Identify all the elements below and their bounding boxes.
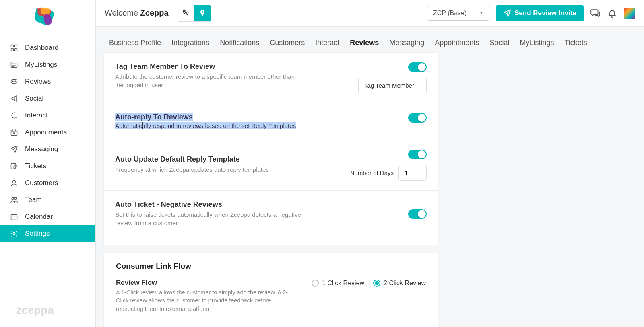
paper-plane-icon bbox=[503, 9, 511, 17]
tab-messaging[interactable]: Messaging bbox=[388, 36, 425, 54]
sidebar: DashboardMyListingsReviewsSocialInteract… bbox=[0, 0, 96, 327]
radio-icon bbox=[312, 280, 319, 287]
tab-integrations[interactable]: Integrations bbox=[171, 36, 210, 54]
welcome-text: Welcome Zceppa bbox=[105, 8, 169, 18]
sidebar-item-label: Dashboard bbox=[25, 44, 58, 52]
text-cursor bbox=[142, 122, 143, 129]
setting-title: Auto-reply To Reviews bbox=[115, 113, 193, 121]
setting-desc: Attribute the customer review to a speci… bbox=[115, 72, 304, 89]
setting-auto-update-template: Auto Update Default Reply Template Frequ… bbox=[104, 140, 438, 191]
tab-notifications[interactable]: Notifications bbox=[219, 36, 260, 54]
setting-title: Tag Team Member To Review bbox=[115, 62, 304, 71]
sidebar-item-appointments[interactable]: Appointments bbox=[0, 124, 95, 141]
sidebar-item-social[interactable]: Social bbox=[0, 90, 95, 107]
location-mode-toggle bbox=[177, 5, 211, 22]
person-icon bbox=[10, 179, 19, 187]
radio-1-click-review[interactable]: 1 Click Review bbox=[312, 280, 364, 287]
tag-team-member-select[interactable]: Tag Team Member bbox=[358, 78, 427, 93]
svg-point-19 bbox=[12, 197, 14, 199]
multi-location-icon[interactable] bbox=[177, 5, 194, 21]
svg-point-26 bbox=[184, 10, 185, 12]
svg-point-20 bbox=[14, 197, 17, 199]
bell-icon[interactable] bbox=[607, 8, 617, 19]
svg-rect-0 bbox=[11, 45, 14, 47]
toggle-auto-update-template[interactable] bbox=[408, 150, 427, 159]
setting-auto-ticket: Auto Ticket - Negative Reviews Set this … bbox=[104, 191, 438, 237]
sidebar-item-team[interactable]: Team bbox=[0, 191, 95, 208]
people-icon bbox=[10, 195, 19, 204]
watermark: zceppa bbox=[16, 304, 54, 317]
setting-auto-reply: Auto-reply To Reviews Automatically resp… bbox=[104, 103, 438, 140]
sidebar-item-messaging[interactable]: Messaging bbox=[0, 141, 95, 158]
toggle-auto-reply[interactable] bbox=[408, 113, 427, 123]
sidebar-item-dashboard[interactable]: Dashboard bbox=[0, 39, 95, 56]
avatar[interactable] bbox=[624, 8, 635, 19]
days-label: Number of Days bbox=[350, 169, 394, 176]
flow-title: Review Flow bbox=[116, 279, 297, 287]
sidebar-item-calendar[interactable]: Calendar bbox=[0, 208, 95, 225]
zceppa-logo-icon bbox=[32, 7, 57, 27]
calendar-icon bbox=[10, 128, 19, 137]
radio-2-click-review[interactable]: 2 Click Review bbox=[373, 280, 426, 287]
sidebar-item-mylistings[interactable]: MyListings bbox=[0, 56, 95, 73]
tab-mylistings[interactable]: MyListings bbox=[519, 36, 555, 54]
sidebar-item-settings[interactable]: Settings bbox=[0, 225, 95, 242]
tab-appointments[interactable]: Appointments bbox=[434, 36, 480, 54]
section-title: Consumer Link Flow bbox=[104, 253, 438, 275]
send-review-invite-button[interactable]: Send Review Invite bbox=[496, 5, 584, 21]
days-input[interactable] bbox=[398, 165, 427, 181]
tab-business-profile[interactable]: Business Profile bbox=[108, 36, 162, 54]
radio-label: 1 Click Review bbox=[322, 280, 364, 287]
sidebar-item-reviews[interactable]: Reviews bbox=[0, 73, 95, 90]
calendar2-icon bbox=[10, 212, 19, 221]
sidebar-item-label: Team bbox=[25, 196, 42, 204]
review-settings-card: Tag Team Member To Review Attribute the … bbox=[103, 52, 438, 245]
tab-social[interactable]: Social bbox=[489, 36, 510, 54]
svg-rect-21 bbox=[11, 214, 17, 220]
tab-reviews[interactable]: Reviews bbox=[349, 36, 380, 54]
sidebar-item-label: Appointments bbox=[25, 128, 67, 136]
tab-interact[interactable]: Interact bbox=[314, 36, 340, 54]
sidebar-item-customers[interactable]: Customers bbox=[0, 175, 95, 191]
sidebar-item-label: Messaging bbox=[25, 145, 58, 153]
sidebar-item-interact[interactable]: Interact bbox=[0, 107, 95, 124]
logo bbox=[0, 0, 95, 35]
main-content: Tag Team Member To Review Attribute the … bbox=[103, 52, 438, 327]
svg-rect-2 bbox=[11, 49, 14, 51]
edit-icon bbox=[10, 162, 19, 171]
location-select[interactable]: ZCP (Base) ▼ bbox=[427, 6, 489, 21]
sidebar-item-label: Interact bbox=[25, 111, 48, 119]
chat-icon[interactable] bbox=[590, 8, 601, 19]
toggle-tag-team-member[interactable] bbox=[408, 62, 427, 72]
chat-dots-icon bbox=[10, 77, 19, 86]
sidebar-item-label: Reviews bbox=[25, 78, 51, 86]
svg-point-11 bbox=[15, 81, 16, 82]
setting-desc: Set this to raise tickets automatically … bbox=[115, 210, 304, 227]
sidebar-item-label: MyListings bbox=[25, 61, 57, 69]
paper-plane-icon bbox=[10, 145, 19, 154]
svg-point-9 bbox=[12, 81, 13, 82]
sidebar-item-label: Calendar bbox=[25, 213, 53, 221]
single-location-icon[interactable] bbox=[194, 5, 211, 21]
grid-icon bbox=[10, 43, 19, 52]
flow-desc: A 1-Click review allows the customer to … bbox=[116, 288, 297, 313]
list-icon bbox=[10, 60, 19, 69]
setting-desc: Frequency at which Zceppa updates auto-r… bbox=[115, 165, 304, 174]
chevron-down-icon: ▼ bbox=[479, 11, 483, 15]
sidebar-item-label: Tickets bbox=[25, 162, 46, 170]
radio-label: 2 Click Review bbox=[384, 280, 426, 287]
sidebar-item-label: Settings bbox=[25, 230, 50, 238]
setting-title: Auto Ticket - Negative Reviews bbox=[115, 200, 304, 209]
megaphone-icon bbox=[10, 94, 19, 103]
sidebar-item-label: Social bbox=[25, 95, 43, 103]
svg-point-27 bbox=[201, 11, 203, 12]
svg-point-10 bbox=[14, 81, 14, 82]
toggle-auto-ticket[interactable] bbox=[408, 209, 427, 219]
radio-icon bbox=[373, 280, 380, 287]
tab-customers[interactable]: Customers bbox=[269, 36, 305, 54]
setting-tag-team-member: Tag Team Member To Review Attribute the … bbox=[104, 53, 438, 103]
sidebar-item-tickets[interactable]: Tickets bbox=[0, 158, 95, 175]
tab-tickets[interactable]: Tickets bbox=[564, 36, 588, 54]
svg-point-18 bbox=[13, 180, 16, 183]
svg-rect-1 bbox=[15, 45, 17, 47]
